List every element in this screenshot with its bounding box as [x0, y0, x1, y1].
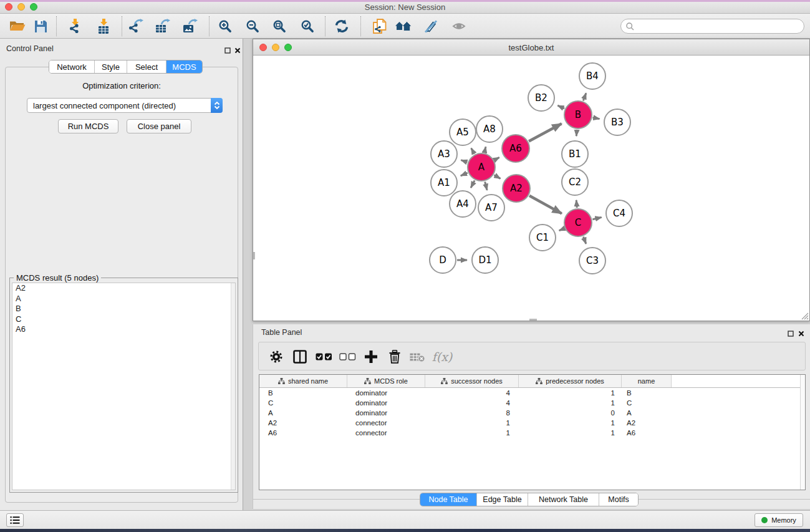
table-cell[interactable]: B: [259, 388, 347, 398]
graph-edge-A-A4[interactable]: [471, 180, 475, 188]
table-cell[interactable]: dominator: [347, 388, 425, 398]
graph-edge-B-B2[interactable]: [557, 105, 564, 109]
column-header-successor-nodes[interactable]: successor nodes: [425, 375, 519, 387]
graph-node-A1[interactable]: A1: [431, 170, 457, 196]
graph-edge-C-C4[interactable]: [592, 217, 601, 219]
table-cell[interactable]: C: [259, 398, 347, 408]
zoom-selected-icon[interactable]: [296, 15, 319, 37]
table-cell[interactable]: 8: [425, 408, 519, 418]
graph-node-C3[interactable]: C3: [579, 248, 605, 274]
mcds-result-item[interactable]: B: [12, 304, 235, 314]
table-cell[interactable]: connector: [347, 428, 425, 438]
select-all-icon[interactable]: [314, 347, 334, 367]
table-cell[interactable]: 1: [519, 398, 622, 408]
create-column-plus-icon[interactable]: [361, 347, 381, 367]
graph-node-B4[interactable]: B4: [579, 63, 605, 89]
close-panel-icon[interactable]: [233, 46, 242, 55]
table-row[interactable]: Bdominator41B: [259, 388, 805, 398]
mcds-result-item[interactable]: A: [12, 294, 235, 304]
graph-edge-B-B3[interactable]: [593, 118, 600, 119]
graph-edge-A2-C[interactable]: [529, 196, 562, 214]
column-header-name[interactable]: name: [622, 375, 672, 387]
result-list-scrollbar[interactable]: [231, 283, 235, 490]
column-header-shared-name[interactable]: shared name: [259, 375, 347, 387]
save-session-icon[interactable]: [29, 15, 52, 37]
close-table-panel-icon[interactable]: [797, 329, 806, 338]
search-input[interactable]: [634, 22, 804, 31]
graph-node-A7[interactable]: A7: [478, 195, 504, 221]
graph-edge-C-C2[interactable]: [576, 200, 577, 208]
resize-grip-icon[interactable]: [801, 312, 809, 320]
table-cell[interactable]: connector: [347, 418, 425, 428]
delete-table-icon[interactable]: [407, 347, 427, 367]
hide-graphics-details-icon[interactable]: [420, 15, 442, 37]
export-image-icon[interactable]: [179, 15, 201, 37]
zoom-in-icon[interactable]: [214, 15, 236, 37]
graph-node-C2[interactable]: C2: [562, 169, 588, 195]
graph-node-C4[interactable]: C4: [606, 200, 632, 226]
table-cell[interactable]: 4: [425, 388, 519, 398]
memory-button[interactable]: Memory: [755, 513, 803, 527]
graph-node-A[interactable]: A: [468, 153, 495, 181]
close-panel-button[interactable]: Close panel: [127, 119, 191, 133]
table-cell[interactable]: dominator: [347, 398, 425, 408]
table-cell[interactable]: 1: [519, 388, 622, 398]
table-row[interactable]: Adominator80A: [259, 408, 805, 418]
graph-node-A6[interactable]: A6: [502, 135, 529, 162]
table-cell[interactable]: C: [622, 398, 672, 408]
table-cell[interactable]: 4: [425, 398, 519, 408]
graph-node-C[interactable]: C: [564, 209, 592, 236]
show-graphics-details-eye-icon[interactable]: [448, 15, 470, 37]
graph-node-D1[interactable]: D1: [472, 247, 498, 273]
table-cell[interactable]: dominator: [347, 408, 425, 418]
graph-edge-A-A3[interactable]: [461, 160, 467, 163]
graph-edge-A-A6[interactable]: [494, 157, 499, 160]
search-field[interactable]: [620, 19, 804, 34]
refresh-icon[interactable]: [330, 15, 353, 37]
table-cell[interactable]: B: [622, 388, 672, 398]
show-columns-icon[interactable]: [290, 347, 310, 367]
function-builder-icon[interactable]: f(x): [428, 347, 456, 367]
table-settings-gear-icon[interactable]: [266, 347, 286, 367]
table-cell[interactable]: 1: [425, 428, 519, 438]
graph-edge-A6-B[interactable]: [529, 123, 562, 141]
table-cell[interactable]: 1: [425, 418, 519, 428]
tab-style[interactable]: Style: [95, 60, 127, 73]
graph-node-B[interactable]: B: [564, 101, 592, 128]
tab-mcds[interactable]: MCDS: [166, 60, 202, 73]
task-history-button[interactable]: [6, 513, 24, 527]
graph-node-A2[interactable]: A2: [503, 175, 530, 202]
export-network-icon[interactable]: [125, 15, 147, 37]
graph-edge-A-A5[interactable]: [471, 148, 475, 154]
graph-edge-B-B1[interactable]: [576, 130, 577, 136]
table-row[interactable]: A6connector11A6: [259, 428, 805, 438]
table-scrollbar[interactable]: [800, 375, 805, 490]
graph-node-B1[interactable]: B1: [562, 141, 588, 167]
mcds-result-item[interactable]: A6: [12, 324, 235, 335]
graph-edge-C-C3[interactable]: [584, 237, 586, 244]
graph-node-A8[interactable]: A8: [476, 116, 503, 142]
graph-edge-B-B4[interactable]: [583, 93, 586, 100]
graph-edge-A-A7[interactable]: [485, 181, 487, 190]
graph-node-B3[interactable]: B3: [604, 109, 630, 135]
graph-edge-A-A8[interactable]: [485, 147, 486, 152]
tab-network-table[interactable]: Network Table: [528, 493, 599, 506]
deselect-all-icon[interactable]: [337, 347, 357, 367]
network-canvas[interactable]: AA1A3A5A8A4A7A6A2BB1B2B3B4CC1C2C3C4DD1: [253, 56, 809, 321]
column-header-mcds-role[interactable]: MCDS role: [347, 375, 425, 387]
table-cell[interactable]: A6: [622, 428, 672, 438]
table-cell[interactable]: A2: [622, 418, 672, 428]
zoom-out-icon[interactable]: [241, 15, 264, 37]
table-cell[interactable]: A6: [259, 428, 347, 438]
tab-edge-table[interactable]: Edge Table: [477, 493, 528, 506]
table-cell[interactable]: A: [622, 408, 672, 418]
tab-network[interactable]: Network: [49, 60, 95, 73]
open-session-icon[interactable]: [6, 15, 29, 37]
graph-edge-A-A1[interactable]: [461, 173, 468, 176]
zoom-fit-icon[interactable]: [268, 15, 291, 37]
graph-node-A4[interactable]: A4: [450, 191, 476, 217]
table-cell[interactable]: 0: [519, 408, 622, 418]
table-row[interactable]: Cdominator41C: [259, 398, 805, 408]
run-mcds-button[interactable]: Run MCDS: [58, 119, 118, 133]
graph-edge-A-A2[interactable]: [494, 175, 501, 179]
